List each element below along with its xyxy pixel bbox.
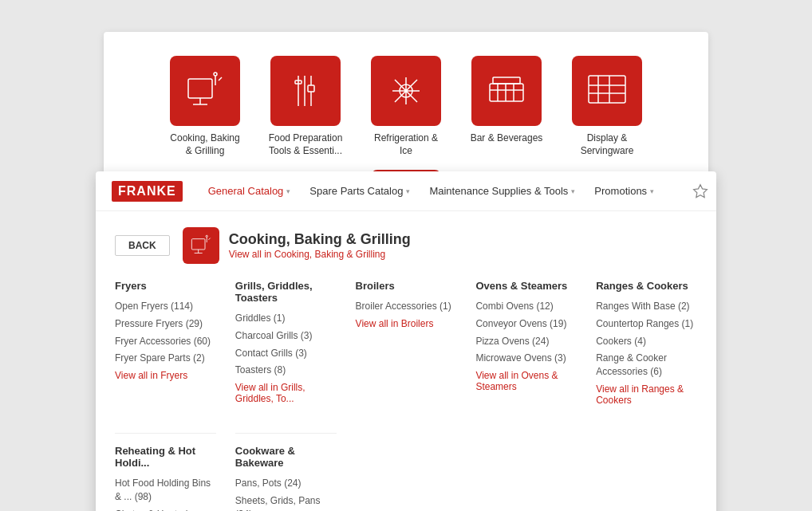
list-item[interactable]: Range & Cooker Accessories (6) xyxy=(596,352,697,379)
tile-cooking-label: Cooking, Baking& Grilling xyxy=(170,132,239,157)
col-grills-view-all[interactable]: View all in Grills, Griddles, To... xyxy=(235,382,337,404)
svg-marker-31 xyxy=(694,184,708,197)
col-cookware-heading: Cookware & Bakeware xyxy=(235,445,337,469)
tile-bar[interactable]: Bar & Beverages xyxy=(463,56,550,157)
nav-promotions-label: Promotions xyxy=(594,185,647,197)
nav-maintenance-chevron: ▾ xyxy=(571,187,575,195)
col-broilers-list: Broiler Accessories (1) xyxy=(356,300,457,313)
list-item[interactable]: Combi Ovens (12) xyxy=(475,300,577,313)
col-ovens: Ovens & Steamers Combi Ovens (12) Convey… xyxy=(475,280,577,406)
list-item[interactable]: Charcoal Grills (3) xyxy=(235,329,337,343)
nav-general-catalog[interactable]: General Catalog ▾ xyxy=(208,185,291,197)
list-item[interactable]: Conveyor Ovens (19) xyxy=(475,317,577,331)
svg-rect-35 xyxy=(191,239,205,250)
tile-bar-icon xyxy=(471,56,542,126)
tile-bar-label: Bar & Beverages xyxy=(471,132,543,145)
category-header-text: Cooking, Baking & Grilling View all in C… xyxy=(229,231,411,260)
col-cookware: Cookware & Bakeware Pans, Pots (24) Shee… xyxy=(235,433,337,511)
navbar: FRANKE General Catalog ▾ Spare Parts Cat… xyxy=(96,171,716,211)
col-ranges-view-all[interactable]: View all in Ranges & Cookers xyxy=(596,383,697,406)
tile-foodprep[interactable]: Food PreparationTools & Essenti... xyxy=(262,56,349,157)
list-item[interactable]: Pizza Ovens (24) xyxy=(475,335,577,348)
col-grills-list: Griddles (1) Charcoal Grills (3) Contact… xyxy=(235,312,337,377)
col-empty-5 xyxy=(596,422,697,511)
list-item[interactable]: Pans, Pots (24) xyxy=(235,477,337,490)
nav-general-catalog-chevron: ▾ xyxy=(286,187,290,195)
category-columns-row2: Reheating & Hot Holdi... Hot Food Holdin… xyxy=(115,422,697,511)
list-item[interactable]: Contact Grills (3) xyxy=(235,347,337,360)
col-empty-3 xyxy=(356,422,457,511)
col-fryers-view-all[interactable]: View all in Fryers xyxy=(115,370,216,381)
nav-promotions[interactable]: Promotions ▾ xyxy=(594,185,654,197)
tile-refrigeration-icon xyxy=(371,56,441,126)
list-item[interactable]: Sheets, Grids, Pans (34) xyxy=(235,494,337,511)
tile-foodprep-icon xyxy=(270,56,341,126)
col-ranges: Ranges & Cookers Ranges With Base (2) Co… xyxy=(596,280,697,406)
content-area: BACK Cooking, Baking & Grilling View all… xyxy=(96,211,716,511)
svg-rect-19 xyxy=(589,76,625,103)
list-item[interactable]: Broiler Accessories (1) xyxy=(356,300,457,313)
svg-line-5 xyxy=(219,77,222,81)
svg-rect-0 xyxy=(188,79,212,98)
nav-spare-parts-chevron: ▾ xyxy=(406,187,410,195)
list-item[interactable]: Chutes & Heated Landing ... (1) xyxy=(115,508,216,511)
category-header: Cooking, Baking & Grilling View all in C… xyxy=(183,227,411,264)
list-item[interactable]: Pressure Fryers (29) xyxy=(115,317,216,331)
col-reheating: Reheating & Hot Holdi... Hot Food Holdin… xyxy=(115,433,216,511)
svg-rect-13 xyxy=(490,84,523,101)
nav-general-catalog-label: General Catalog xyxy=(208,185,284,197)
col-ranges-heading: Ranges & Cookers xyxy=(596,280,697,292)
col-cookware-list: Pans, Pots (24) Sheets, Grids, Pans (34)… xyxy=(235,477,337,511)
category-view-all[interactable]: View all in Cooking, Baking & Grilling xyxy=(229,249,386,260)
col-empty-4 xyxy=(475,422,577,511)
category-title: Cooking, Baking & Grilling xyxy=(229,231,411,248)
nav-spare-parts-label: Spare Parts Catalog xyxy=(309,185,403,197)
nav-promotions-chevron: ▾ xyxy=(650,187,654,195)
list-item[interactable]: Griddles (1) xyxy=(235,312,337,325)
col-ranges-list: Ranges With Base (2) Countertop Ranges (… xyxy=(596,300,697,379)
tile-foodprep-label: Food PreparationTools & Essenti... xyxy=(269,132,343,157)
tile-cooking[interactable]: Cooking, Baking& Grilling xyxy=(161,56,249,157)
list-item[interactable]: Cookers (4) xyxy=(596,335,697,348)
list-item[interactable]: Ranges With Base (2) xyxy=(596,300,697,313)
tile-refrigeration[interactable]: Refrigeration &Ice xyxy=(362,56,450,157)
tile-display-icon xyxy=(572,56,642,126)
list-item[interactable]: Fryer Accessories (60) xyxy=(115,335,216,348)
main-card: FRANKE General Catalog ▾ Spare Parts Cat… xyxy=(96,171,716,511)
franke-logo: FRANKE xyxy=(112,181,183,202)
col-reheating-list: Hot Food Holding Bins & ... (98) Chutes … xyxy=(115,477,216,511)
tile-display-label: Display &Servingware xyxy=(581,132,634,157)
nav-maintenance[interactable]: Maintenance Supplies & Tools ▾ xyxy=(429,185,575,197)
list-item[interactable]: Microwave Ovens (3) xyxy=(475,352,577,365)
list-item[interactable]: Hot Food Holding Bins & ... (98) xyxy=(115,477,216,504)
list-item[interactable]: Countertop Ranges (1) xyxy=(596,317,697,331)
col-ovens-view-all[interactable]: View all in Ovens & Steamers xyxy=(475,370,577,392)
col-ovens-list: Combi Ovens (12) Conveyor Ovens (19) Piz… xyxy=(475,300,577,365)
category-icon xyxy=(183,227,219,264)
tile-cooking-icon xyxy=(170,56,240,126)
nav-maintenance-label: Maintenance Supplies & Tools xyxy=(429,185,568,197)
col-broilers-view-all[interactable]: View all in Broilers xyxy=(356,318,457,329)
col-grills: Grills, Griddles, Toasters Griddles (1) … xyxy=(235,280,337,406)
col-reheating-heading: Reheating & Hot Holdi... xyxy=(115,445,216,469)
breadcrumb-row: BACK Cooking, Baking & Grilling View all… xyxy=(115,227,697,264)
svg-point-4 xyxy=(214,73,217,76)
tile-refrigeration-label: Refrigeration &Ice xyxy=(374,132,438,157)
category-columns-row1: Fryers Open Fryers (114) Pressure Fryers… xyxy=(115,280,697,406)
list-item[interactable]: Open Fryers (114) xyxy=(115,300,216,313)
col-broilers: Broilers Broiler Accessories (1) View al… xyxy=(356,280,457,406)
col-fryers-heading: Fryers xyxy=(115,280,216,292)
col-ovens-heading: Ovens & Steamers xyxy=(475,280,577,292)
back-button[interactable]: BACK xyxy=(115,235,170,256)
svg-rect-18 xyxy=(493,77,520,84)
col-fryers: Fryers Open Fryers (114) Pressure Fryers… xyxy=(115,280,216,406)
svg-line-40 xyxy=(208,238,210,240)
tile-display[interactable]: Display &Servingware xyxy=(563,56,651,157)
svg-rect-9 xyxy=(308,85,314,92)
wishlist-button[interactable] xyxy=(692,183,708,199)
list-item[interactable]: Toasters (8) xyxy=(235,364,337,377)
col-fryers-list: Open Fryers (114) Pressure Fryers (29) F… xyxy=(115,300,216,365)
col-grills-heading: Grills, Griddles, Toasters xyxy=(235,280,337,304)
list-item[interactable]: Fryer Spare Parts (2) xyxy=(115,352,216,365)
nav-spare-parts[interactable]: Spare Parts Catalog ▾ xyxy=(309,185,410,197)
